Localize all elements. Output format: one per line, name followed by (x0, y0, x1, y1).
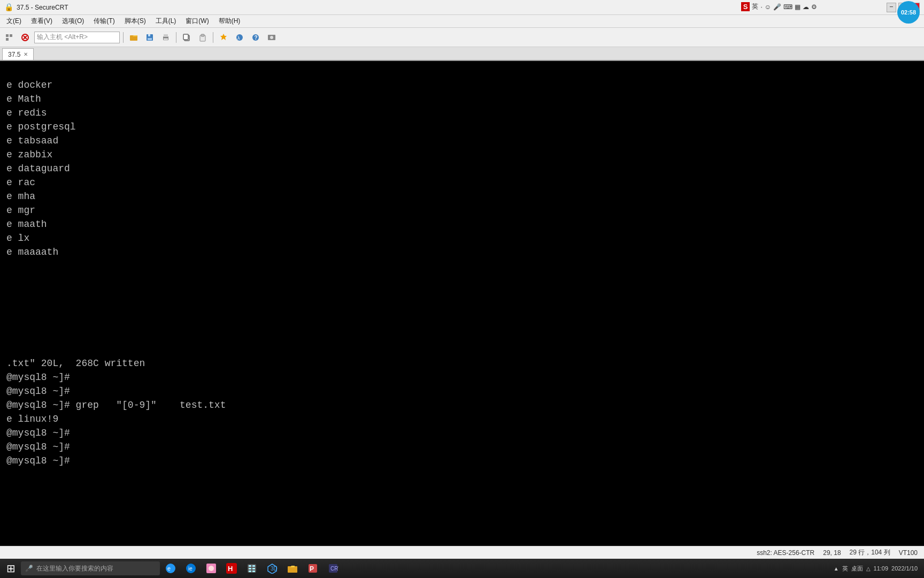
terminal-line (6, 287, 918, 301)
toolbar-copy[interactable] (180, 31, 194, 44)
toolbar-macro[interactable]: λ (233, 31, 247, 44)
app-icon: 🔒 (4, 3, 13, 12)
terminal-line: @mysql8 ~]# (6, 440, 918, 454)
terminal-line: e zabbix (6, 148, 918, 162)
statusbar: ssh2: AES-256-CTR 29, 18 29 行，104 列 VT10… (0, 546, 924, 559)
terminal-line (6, 273, 918, 287)
svg-point-24 (270, 36, 273, 39)
taskbar-icon-ppt[interactable]: P (303, 559, 322, 578)
titlebar: 🔒 37.5 - SecureCRT S 英 · ☺ 🎤 ⌨ ▦ ☁ ⚙ 02:… (0, 0, 924, 15)
svg-text:P: P (310, 565, 314, 573)
clock-badge: 02:58 (897, 1, 920, 24)
menu-script[interactable]: 脚本(S) (120, 16, 150, 27)
menu-view[interactable]: 查看(V) (27, 16, 57, 27)
status-terminal: VT100 (899, 549, 918, 557)
toolbar-btn-1[interactable] (2, 31, 16, 44)
status-session: ssh2: AES-256-CTR (757, 549, 814, 557)
toolbar-btn-cancel[interactable] (18, 31, 32, 44)
taskbar-search[interactable]: 🎤 在这里输入你要搜索的内容 (21, 561, 160, 575)
toolbar-save[interactable] (143, 31, 157, 44)
taskbar-desktop: 桌面 (851, 565, 863, 573)
toolbar-print[interactable] (159, 31, 173, 44)
terminal-line: @mysql8 ~]# (6, 370, 918, 384)
taskbar: ⊞ 🎤 在这里输入你要搜索的内容 e ie H 3D P CRT ▲ 英 桌面 … (0, 559, 924, 578)
menu-options[interactable]: 选项(O) (58, 16, 88, 27)
taskbar-icon-photos[interactable] (202, 559, 221, 578)
taskbar-icon-3d[interactable]: 3D (263, 559, 282, 578)
menu-help[interactable]: 帮助(H) (214, 16, 245, 27)
ime-extra1: ▦ (795, 3, 800, 11)
terminal-line: e Math (6, 92, 918, 106)
ime-mic: 🎤 (773, 3, 781, 11)
taskbar-icon-securecrt[interactable]: CRT (324, 559, 343, 578)
terminal-line: e rac (6, 176, 918, 189)
svg-rect-2 (6, 38, 9, 41)
minimize-button[interactable]: ─ (887, 3, 896, 12)
toolbar-photo[interactable] (265, 31, 279, 44)
svg-text:3D: 3D (271, 566, 278, 572)
terminal-line: e dataguard (6, 162, 918, 176)
terminal-line: @mysql8 ~]# (6, 426, 918, 440)
toolbar-settings[interactable] (217, 31, 230, 44)
tab-close-btn[interactable]: ✕ (24, 51, 28, 57)
terminal-line: e tabsaad (6, 134, 918, 148)
svg-rect-10 (148, 34, 150, 36)
taskbar-start-button[interactable]: ⊞ (2, 562, 20, 575)
taskbar-arrow2: △ (866, 566, 871, 572)
toolbar-divider-3 (213, 32, 213, 43)
svg-rect-1 (10, 34, 12, 37)
terminal-line: e linux!9 (6, 412, 918, 426)
toolbar-divider-2 (176, 32, 176, 43)
svg-rect-39 (252, 571, 255, 572)
ime-dot: · (760, 3, 762, 11)
taskbar-icon-windows[interactable]: e (161, 559, 180, 578)
tab-37-5[interactable]: 37.5 ✕ (2, 48, 34, 60)
connect-placeholder: 输入主机 <Alt+R> (37, 33, 88, 42)
ime-face: ☺ (765, 3, 771, 11)
terminal-area[interactable]: e dockere Mathe redise postgresqle tabsa… (0, 61, 924, 543)
terminal-line: e maaaath (6, 245, 918, 259)
svg-rect-9 (148, 38, 152, 40)
toolbar-open[interactable] (127, 31, 141, 44)
toolbar-divider-1 (123, 32, 124, 43)
menu-file[interactable]: 文(E) (2, 16, 26, 27)
search-placeholder: 在这里输入你要搜索的内容 (36, 564, 113, 573)
ime-keyboard: ⌨ (783, 3, 792, 11)
toolbar-help[interactable]: ? (249, 31, 263, 44)
status-cursor: 29, 18 (823, 549, 841, 557)
svg-rect-0 (6, 34, 9, 37)
toolbar-paste[interactable] (196, 31, 210, 44)
menu-transfer[interactable]: 传输(T) (89, 16, 119, 27)
taskbar-icon-red[interactable]: H (222, 559, 241, 578)
svg-rect-34 (249, 565, 251, 567)
taskbar-time: 11:09 (874, 565, 889, 572)
svg-text:λ: λ (237, 35, 240, 41)
svg-rect-13 (164, 39, 168, 40)
svg-rect-38 (249, 571, 251, 572)
terminal-line: e mgr (6, 203, 918, 217)
taskbar-right: ▲ 英 桌面 △ 11:09 2022/1/10 (834, 565, 922, 573)
ime-extra3: ⚙ (811, 3, 817, 11)
menu-window[interactable]: 窗口(W) (181, 16, 213, 27)
taskbar-date: 2022/1/10 (891, 565, 918, 572)
ime-extra2: ☁ (803, 3, 809, 11)
tab-label: 37.5 (8, 51, 20, 58)
menu-tools[interactable]: 工具(L) (151, 16, 181, 27)
svg-rect-12 (164, 34, 168, 37)
svg-rect-37 (252, 568, 255, 569)
terminal-line (6, 329, 918, 343)
svg-text:H: H (228, 565, 233, 573)
terminal-line: e mha (6, 189, 918, 203)
taskbar-icon-edge[interactable]: ie (181, 559, 201, 578)
svg-marker-18 (220, 34, 227, 40)
connect-input[interactable]: 输入主机 <Alt+R> (34, 32, 120, 43)
terminal-line (6, 259, 918, 273)
taskbar-icon-calc[interactable] (242, 559, 261, 578)
taskbar-arrow: ▲ (834, 566, 839, 572)
terminal-line: @mysql8 ~]# (6, 384, 918, 398)
status-lines: 29 行，104 列 (850, 548, 890, 557)
svg-rect-36 (249, 568, 251, 569)
taskbar-icon-folder[interactable] (283, 559, 302, 578)
svg-rect-17 (201, 34, 204, 36)
tabbar: 37.5 ✕ (0, 47, 924, 61)
